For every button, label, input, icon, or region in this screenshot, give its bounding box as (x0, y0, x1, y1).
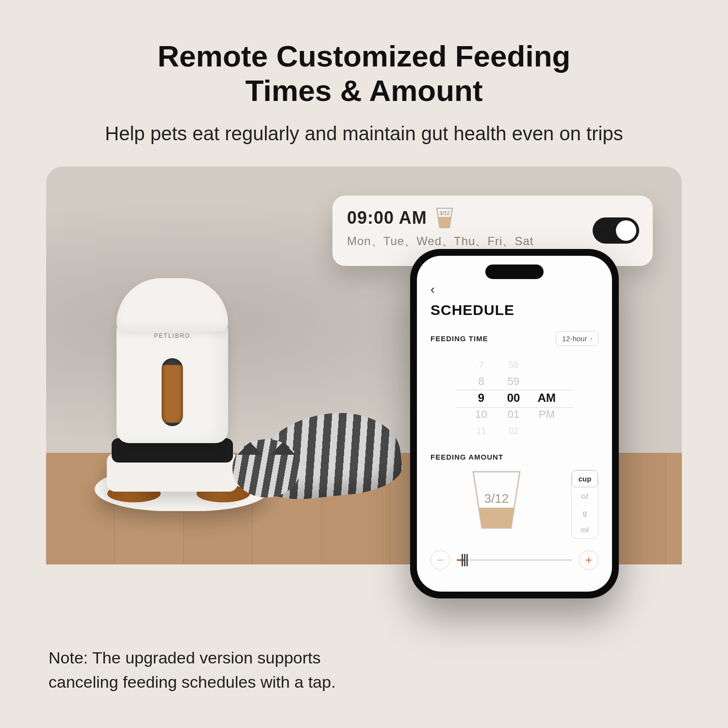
time-picker[interactable]: 7 8 9 10 11 58 59 00 01 02 AM (459, 357, 570, 439)
picker-value: 10 (466, 406, 496, 423)
feeding-time-row: FEEDING TIME 12-hour › (430, 331, 598, 346)
picker-value-selected: 9 (466, 390, 496, 406)
time-format-chip[interactable]: 12-hour › (556, 331, 598, 346)
chevron-left-icon: ‹ (430, 282, 435, 297)
cat-ear (270, 430, 296, 455)
cat-head (232, 439, 300, 497)
picker-value: 58 (498, 357, 529, 373)
unit-option[interactable]: oz (572, 487, 598, 504)
ampm-column[interactable]: AM PM (530, 357, 563, 439)
feeding-time-label: FEEDING TIME (430, 334, 488, 343)
plus-icon: + (585, 553, 592, 567)
picker-value: 11 (466, 423, 496, 439)
cat-ear (237, 430, 263, 455)
feeding-amount-label: FEEDING AMOUNT (430, 453, 503, 461)
unit-selector[interactable]: cup oz g ml (571, 470, 598, 539)
headline-line1: Remote Customized Feeding (158, 39, 571, 73)
schedule-toggle[interactable] (593, 217, 639, 244)
unit-option[interactable]: cup (572, 470, 598, 487)
portion-cup-large-icon: 3/12 (430, 470, 563, 530)
picker-divider (456, 407, 573, 408)
footnote: Note: The upgraded version supports canc… (49, 646, 359, 694)
portion-cup-icon: 3/12 (435, 207, 454, 229)
picker-value: 01 (498, 406, 529, 423)
feeding-amount-row: FEEDING AMOUNT (430, 453, 598, 461)
picker-value: 7 (466, 357, 496, 373)
time-format-value: 12-hour (562, 334, 587, 343)
svg-text:3/12: 3/12 (484, 491, 509, 506)
phone-notch (485, 265, 544, 279)
slider-thumb[interactable] (462, 554, 468, 566)
picker-value: 59 (498, 373, 529, 390)
decrease-button[interactable]: − (430, 550, 450, 570)
headline-line2: Times & Amount (245, 74, 482, 107)
picker-value: 8 (466, 373, 496, 390)
headline: Remote Customized Feeding Times & Amount (0, 0, 728, 118)
toggle-knob (616, 220, 636, 241)
hero-image: PETLIBRO 09:00 AM 3/12 Mon、Tue、Wed、Thu、F… (46, 166, 682, 564)
food-level-window (162, 358, 183, 426)
picker-value-selected: AM (530, 390, 563, 406)
hour-column[interactable]: 7 8 9 10 11 (466, 357, 496, 439)
chevron-right-icon: › (590, 335, 592, 342)
increase-button[interactable]: + (579, 550, 598, 570)
feeder-brand-label: PETLIBRO (99, 332, 245, 339)
schedule-time: 09:00 AM (347, 208, 427, 228)
feeder-lid (116, 278, 228, 331)
subheadline: Help pets eat regularly and maintain gut… (0, 118, 728, 166)
unit-option[interactable]: ml (572, 521, 598, 538)
back-button[interactable]: ‹ (430, 282, 598, 297)
picker-value: 02 (498, 423, 529, 439)
app-screen: ‹ SCHEDULE FEEDING TIME 12-hour › 7 8 9 … (417, 256, 612, 592)
svg-text:3/12: 3/12 (439, 210, 449, 216)
phone-mockup: ‹ SCHEDULE FEEDING TIME 12-hour › 7 8 9 … (410, 249, 619, 598)
picker-spacer (530, 373, 563, 390)
minute-column[interactable]: 58 59 00 01 02 (498, 357, 529, 439)
feeding-amount-body: 3/12 cup oz g ml (430, 470, 598, 539)
screen-title: SCHEDULE (430, 302, 598, 318)
picker-value-selected: 00 (498, 390, 529, 406)
cat-illustration (235, 356, 439, 506)
picker-divider (456, 390, 573, 390)
picker-value: PM (530, 406, 563, 423)
pet-feeder-illustration: PETLIBRO (99, 278, 245, 506)
picker-spacer (530, 357, 563, 373)
amount-slider-row: − + (430, 550, 598, 570)
amount-slider[interactable] (457, 559, 572, 561)
unit-option[interactable]: g (572, 504, 598, 521)
picker-spacer (530, 423, 563, 439)
minus-icon: − (437, 553, 444, 567)
